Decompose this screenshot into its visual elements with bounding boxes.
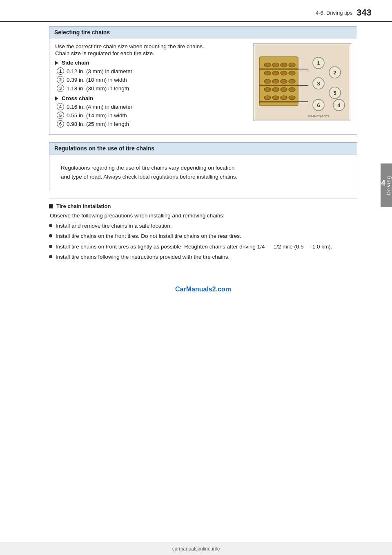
svg-point-13 <box>289 79 295 83</box>
chain-info: Use the correct tire chain size when mou… <box>55 43 245 129</box>
spec-item-4: 4 0.16 in. (4 mm) in diameter <box>57 103 245 110</box>
svg-point-15 <box>272 87 279 92</box>
spec-item-2: 2 0.39 in. (10 mm) in width <box>57 76 245 83</box>
circle-5: 5 <box>57 112 64 119</box>
circle-4: 4 <box>57 103 64 110</box>
svg-point-14 <box>264 87 271 92</box>
side-chain-item: Side chain <box>55 60 245 66</box>
arrow-icon-cross <box>55 96 58 101</box>
svg-point-7 <box>272 71 279 75</box>
spec-item-1: 1 0.12 in. (3 mm) in diameter <box>57 67 245 75</box>
svg-point-20 <box>281 96 287 100</box>
intro-line1: Use the correct tire chain size when mou… <box>55 43 245 49</box>
footer-watermark: CarManuals2.com <box>49 286 357 301</box>
svg-text:1: 1 <box>317 60 320 66</box>
intro-line2: Chain size is regulated for each tire si… <box>55 50 245 56</box>
regulations-title: Regulations on the use of tire chains <box>54 145 154 152</box>
regulations-header: Regulations on the use of tire chains <box>49 142 357 154</box>
regulations-line2: and type of road. Always check local reg… <box>61 174 237 180</box>
bullet-item-2: Install tire chains on the front tires. … <box>49 232 357 240</box>
side-chain-label: Side chain <box>62 60 89 66</box>
main-content: Selecting tire chains Use the correct ti… <box>0 22 378 313</box>
svg-point-5 <box>289 63 295 67</box>
spec-item-3: 3 1.18 in. (30 mm) in length <box>57 85 245 92</box>
spec-item-6: 6 0.98 in. (25 mm) in length <box>57 120 245 128</box>
installation-intro: Observe the following precautions when i… <box>50 213 357 219</box>
svg-text:4: 4 <box>337 102 341 108</box>
bottom-bar: carmanualsonline.info <box>0 542 392 555</box>
spec2-text: 0.39 in. (10 mm) in width <box>67 77 127 83</box>
tab-number: 4 <box>381 179 385 188</box>
bullet-dot-2 <box>49 234 52 237</box>
circle-6: 6 <box>57 120 64 128</box>
svg-text:5: 5 <box>333 90 336 96</box>
tab-label: Driving <box>385 176 392 195</box>
svg-point-18 <box>264 96 271 100</box>
bullet-item-4: Install tire chains following the instru… <box>49 253 357 261</box>
bullet-dot-4 <box>49 255 52 258</box>
spec5-text: 0.55 in. (14 mm) in width <box>67 112 127 119</box>
selecting-title: Selecting tire chains <box>54 29 110 36</box>
installation-title-text: Tire chain installation <box>56 203 111 209</box>
svg-point-17 <box>289 87 295 92</box>
svg-text:PA4NE3jA003: PA4NE3jA003 <box>308 114 329 118</box>
svg-text:3: 3 <box>317 81 320 87</box>
svg-point-12 <box>281 79 287 83</box>
svg-point-10 <box>264 79 271 83</box>
page-container: 4 Driving 4-6. Driving tips 343 Selectin… <box>0 0 392 555</box>
bullet-dot-1 <box>49 224 52 227</box>
svg-text:6: 6 <box>317 102 320 108</box>
circle-2: 2 <box>57 76 64 83</box>
bullet-item-1: Install and remove tire chains in a safe… <box>49 222 357 230</box>
regulations-text: Regulations regarding the use of tire ch… <box>55 159 351 185</box>
page-number: 343 <box>356 7 372 18</box>
selecting-tire-chains-header: Selecting tire chains <box>49 26 357 38</box>
cross-chain-label: Cross chain <box>62 95 93 101</box>
circle-1: 1 <box>57 67 64 75</box>
bullet-item-3: Install tire chains on front tires as ti… <box>49 243 357 251</box>
bullet-text-3: Install tire chains on front tires as ti… <box>56 243 332 251</box>
bullet-list: Install and remove tire chains in a safe… <box>49 222 357 261</box>
regulations-line1: Regulations regarding the use of tire ch… <box>61 165 235 171</box>
svg-text:2: 2 <box>333 69 336 76</box>
regulations-content: Regulations regarding the use of tire ch… <box>49 154 357 191</box>
svg-point-3 <box>272 63 279 67</box>
spec-item-5: 5 0.55 in. (14 mm) in width <box>57 112 245 119</box>
header-bar: 4-6. Driving tips 343 <box>0 0 392 22</box>
svg-point-16 <box>281 87 287 92</box>
cross-chain-item: Cross chain <box>55 95 245 101</box>
spec1-text: 0.12 in. (3 mm) in diameter <box>67 68 132 74</box>
installation-title: Tire chain installation <box>49 203 357 209</box>
svg-point-2 <box>264 63 271 67</box>
svg-point-19 <box>272 96 279 100</box>
watermark-text: CarManuals2.com <box>175 286 231 293</box>
bullet-text-2: Install tire chains on the front tires. … <box>56 232 241 240</box>
spec4-text: 0.16 in. (4 mm) in diameter <box>67 104 132 110</box>
svg-point-6 <box>264 71 271 75</box>
spec6-text: 0.98 in. (25 mm) in length <box>67 121 129 127</box>
spec3-text: 1.18 in. (30 mm) in length <box>67 85 129 92</box>
section-label: 4-6. Driving tips <box>316 10 352 16</box>
chain-svg: 1 2 3 5 6 <box>255 45 349 120</box>
side-tab: 4 Driving <box>381 163 392 207</box>
divider <box>49 199 357 199</box>
chain-layout: Use the correct tire chain size when mou… <box>55 43 351 129</box>
svg-point-9 <box>289 71 295 75</box>
black-square-icon <box>49 204 53 208</box>
chain-diagram: 1 2 3 5 6 <box>253 43 351 121</box>
bullet-text-1: Install and remove tire chains in a safe… <box>56 222 172 230</box>
svg-point-11 <box>272 79 279 83</box>
bullet-dot-3 <box>49 245 52 248</box>
svg-point-21 <box>289 96 295 100</box>
svg-point-4 <box>281 63 287 67</box>
arrow-icon-side <box>55 61 58 65</box>
selecting-section-content: Use the correct tire chain size when mou… <box>49 38 357 135</box>
svg-point-8 <box>281 71 287 75</box>
bullet-text-4: Install tire chains following the instru… <box>56 253 229 261</box>
bottom-url: carmanualsonline.info <box>172 546 220 552</box>
circle-3: 3 <box>57 85 64 92</box>
